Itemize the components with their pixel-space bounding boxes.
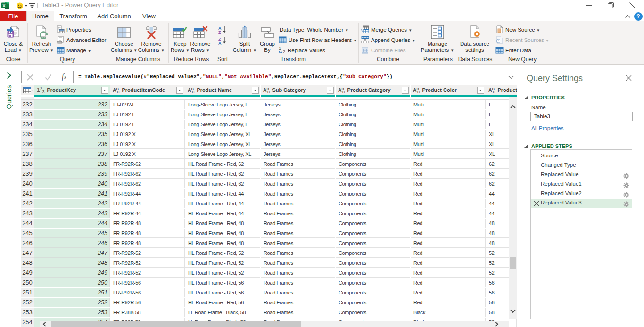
svg-text:Z: Z bbox=[218, 30, 221, 34]
svg-text:2: 2 bbox=[283, 49, 285, 54]
svg-text:1: 1 bbox=[279, 46, 281, 51]
svg-text:X: X bbox=[2, 3, 6, 8]
